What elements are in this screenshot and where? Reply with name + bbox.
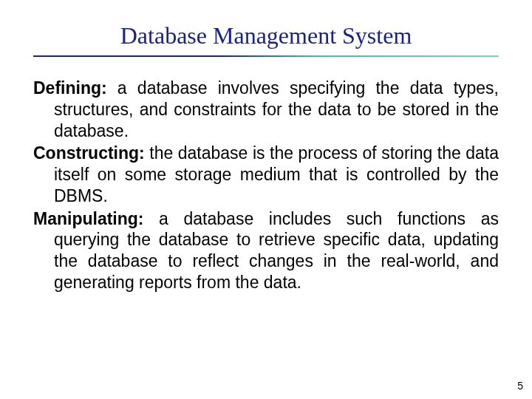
text-defining: a database involves specifying the data … [54, 78, 499, 140]
page-number: 5 [517, 380, 523, 392]
paragraph-constructing: Constructing: the database is the proces… [33, 143, 499, 206]
title-underline [33, 55, 499, 57]
slide-container: Database Management System Defining: a d… [0, 0, 532, 399]
term-constructing: Constructing: [33, 143, 145, 163]
paragraph-manipulating: Manipulating: a database includes such f… [33, 208, 499, 293]
slide-content: Defining: a database involves specifying… [33, 78, 499, 293]
term-defining: Defining: [33, 78, 107, 98]
paragraph-defining: Defining: a database involves specifying… [33, 78, 499, 141]
term-manipulating: Manipulating: [33, 209, 143, 228]
slide-title: Database Management System [33, 22, 499, 50]
